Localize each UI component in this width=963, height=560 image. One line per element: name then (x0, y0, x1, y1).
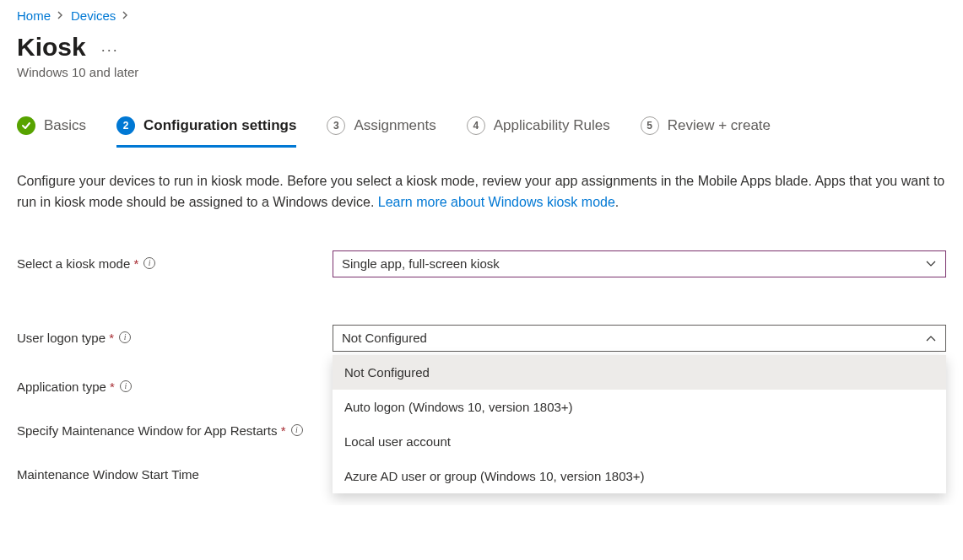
tab-label: Configuration settings (143, 117, 296, 134)
field-kiosk-mode: Select a kiosk mode * i Single app, full… (17, 250, 946, 277)
field-label: Specify Maintenance Window for App Resta… (17, 417, 333, 439)
field-label: Application type * i (17, 374, 333, 396)
dropdown-option-local-user[interactable]: Local user account (333, 424, 946, 459)
field-label: Select a kiosk mode * i (17, 250, 333, 272)
wizard-tabs: Basics 2 Configuration settings 3 Assign… (17, 116, 946, 148)
required-indicator: * (110, 380, 115, 394)
required-indicator: * (109, 331, 114, 345)
step-number-icon: 5 (641, 116, 659, 135)
form-area: Select a kiosk mode * i Single app, full… (17, 250, 946, 483)
info-icon[interactable]: i (119, 331, 131, 343)
kiosk-mode-select[interactable]: Single app, full-screen kiosk (333, 250, 946, 277)
required-indicator: * (133, 256, 138, 271)
step-number-icon: 2 (116, 116, 135, 135)
tab-label: Basics (44, 117, 86, 134)
select-value: Not Configured (342, 331, 427, 345)
user-logon-type-select[interactable]: Not Configured (333, 325, 946, 352)
chevron-down-icon (925, 256, 937, 271)
tab-assignments[interactable]: 3 Assignments (327, 116, 436, 148)
user-logon-type-dropdown: Not Configured Auto logon (Windows 10, v… (333, 355, 946, 493)
select-value: Single app, full-screen kiosk (342, 256, 500, 271)
tab-applicability-rules[interactable]: 4 Applicability Rules (467, 116, 610, 148)
tab-basics[interactable]: Basics (17, 116, 86, 148)
breadcrumb-home[interactable]: Home (17, 8, 51, 23)
more-actions-button[interactable]: ··· (98, 41, 122, 59)
page-subtitle: Windows 10 and later (17, 65, 946, 79)
breadcrumb: Home Devices (17, 0, 946, 28)
info-icon[interactable]: i (143, 257, 155, 269)
dropdown-option-auto-logon[interactable]: Auto logon (Windows 10, version 1803+) (333, 390, 946, 424)
dropdown-option-not-configured[interactable]: Not Configured (333, 355, 946, 390)
step-number-icon: 4 (467, 116, 485, 135)
tab-label: Applicability Rules (494, 117, 610, 134)
chevron-right-icon (57, 10, 64, 22)
tab-configuration-settings[interactable]: 2 Configuration settings (116, 116, 296, 148)
info-icon[interactable]: i (120, 380, 132, 392)
learn-more-link[interactable]: Learn more about Windows kiosk mode (378, 195, 615, 209)
page-title: Kiosk (17, 33, 86, 62)
info-icon[interactable]: i (291, 424, 303, 436)
step-number-icon: 3 (327, 116, 345, 135)
breadcrumb-devices[interactable]: Devices (71, 8, 116, 23)
required-indicator: * (281, 423, 286, 438)
tab-label: Assignments (354, 117, 436, 134)
description-text: Configure your devices to run in kiosk m… (17, 171, 945, 213)
field-user-logon-type: User logon type * i Not Configured Not C… (17, 325, 946, 352)
chevron-up-icon (925, 331, 937, 345)
tab-review-create[interactable]: 5 Review + create (641, 116, 771, 148)
page-header: Kiosk ··· (17, 33, 946, 62)
tab-label: Review + create (668, 117, 771, 134)
chevron-right-icon (122, 10, 129, 22)
check-icon (17, 116, 35, 135)
field-label: User logon type * i (17, 325, 333, 347)
field-label: Maintenance Window Start Time (17, 461, 333, 483)
dropdown-option-azure-ad[interactable]: Azure AD user or group (Windows 10, vers… (333, 459, 946, 493)
